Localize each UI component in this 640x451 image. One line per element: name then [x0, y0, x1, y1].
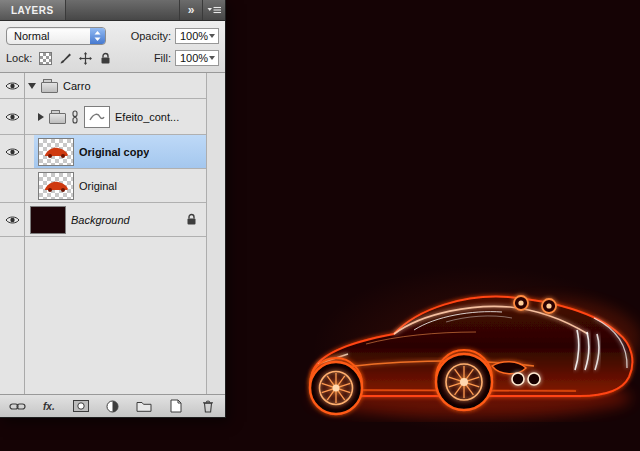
chain-link-icon	[9, 402, 26, 411]
fx-icon: fx.	[43, 401, 55, 412]
layer-name-background: Background	[71, 214, 130, 226]
disclosure-open-icon[interactable]	[28, 83, 36, 89]
fill-dropdown-icon[interactable]	[209, 56, 215, 60]
layer-name-original: Original	[79, 180, 117, 192]
blend-opacity-row: Normal Opacity: 100%	[6, 25, 219, 47]
layer-name-efeito: Efeito_cont...	[115, 111, 179, 123]
layer-row-carro[interactable]: Carro	[0, 73, 207, 99]
visibility-toggle-carro[interactable]	[0, 73, 24, 98]
scrollbar-track[interactable]	[207, 73, 225, 394]
lock-fill-row: Lock:	[6, 47, 219, 69]
new-group-button[interactable]	[135, 398, 153, 414]
layer-row-background[interactable]: Background	[0, 203, 207, 237]
brush-icon	[59, 52, 72, 65]
layer-thumbnail-efeito[interactable]	[84, 106, 110, 128]
move-icon	[79, 52, 92, 65]
layer-row-original[interactable]: Original	[0, 169, 207, 203]
visibility-toggle-background[interactable]	[0, 203, 24, 236]
layer-thumbnail-original-copy[interactable]	[38, 138, 74, 166]
layer-thumbnail-original[interactable]	[38, 172, 74, 200]
panel-header[interactable]: LAYERS »	[0, 0, 225, 21]
visibility-toggle-efeito[interactable]	[0, 99, 24, 134]
link-layers-button[interactable]	[8, 398, 26, 414]
layer-thumbnail-background[interactable]	[30, 206, 66, 234]
lock-buttons	[38, 51, 113, 65]
eye-icon	[5, 147, 20, 157]
collapse-panel-button[interactable]: »	[179, 0, 202, 20]
layer-mask-icon	[73, 400, 89, 412]
combo-stepper-icon	[90, 28, 105, 44]
transparency-checker-icon	[39, 52, 52, 65]
blend-mode-select[interactable]: Normal	[6, 27, 106, 45]
layers-panel: LAYERS » Normal	[0, 0, 226, 418]
blend-mode-value: Normal	[7, 30, 90, 42]
adjustment-layer-icon	[106, 400, 119, 413]
new-adjustment-layer-button[interactable]	[103, 398, 121, 414]
fill-value: 100%	[180, 52, 208, 64]
panel-header-spacer	[66, 0, 179, 20]
add-layer-mask-button[interactable]	[72, 398, 90, 414]
layer-controls: Normal Opacity: 100%	[0, 21, 225, 73]
layer-name-carro: Carro	[63, 80, 91, 92]
fill-label: Fill:	[154, 52, 171, 64]
delete-layer-button[interactable]	[199, 398, 217, 414]
opacity-field[interactable]: 100%	[175, 28, 219, 44]
layer-row-original-copy[interactable]: Original copy	[0, 135, 207, 169]
eye-icon	[5, 215, 20, 225]
eye-icon	[5, 81, 20, 91]
panel-footer: fx.	[0, 394, 225, 417]
trash-icon	[202, 399, 214, 413]
group-folder-icon	[49, 113, 66, 124]
padlock-icon	[186, 213, 197, 226]
new-layer-icon	[170, 399, 182, 413]
visibility-toggle-original-copy[interactable]	[0, 135, 24, 168]
new-group-folder-icon	[136, 400, 152, 412]
lock-position-button[interactable]	[78, 51, 93, 65]
lock-all-button[interactable]	[98, 51, 113, 65]
layer-name-original-copy: Original copy	[79, 146, 149, 158]
group-folder-icon	[41, 82, 58, 93]
lock-transparency-button[interactable]	[38, 51, 53, 65]
layer-list: Carro	[0, 73, 225, 394]
tab-layers-label: LAYERS	[11, 5, 54, 16]
fill-field[interactable]: 100%	[175, 50, 219, 66]
opacity-dropdown-icon[interactable]	[209, 34, 215, 38]
layer-style-button[interactable]: fx.	[40, 398, 58, 414]
panel-menu-icon	[207, 6, 222, 15]
background-lock-badge	[186, 213, 197, 226]
glowing-car-image	[296, 278, 640, 422]
photoshop-workspace: LAYERS » Normal	[0, 0, 640, 451]
new-layer-button[interactable]	[167, 398, 185, 414]
layer-row-efeito[interactable]: Efeito_cont...	[0, 99, 207, 135]
panel-menu-button[interactable]	[202, 0, 225, 20]
tab-layers[interactable]: LAYERS	[0, 0, 66, 20]
visibility-toggle-original[interactable]	[0, 169, 24, 202]
disclosure-closed-icon[interactable]	[38, 113, 44, 121]
eye-icon	[5, 112, 20, 122]
opacity-label: Opacity:	[131, 30, 171, 42]
link-icon	[71, 110, 79, 124]
opacity-value: 100%	[180, 30, 208, 42]
lock-paint-button[interactable]	[58, 51, 73, 65]
lock-label: Lock:	[6, 52, 32, 64]
padlock-icon	[100, 52, 111, 65]
